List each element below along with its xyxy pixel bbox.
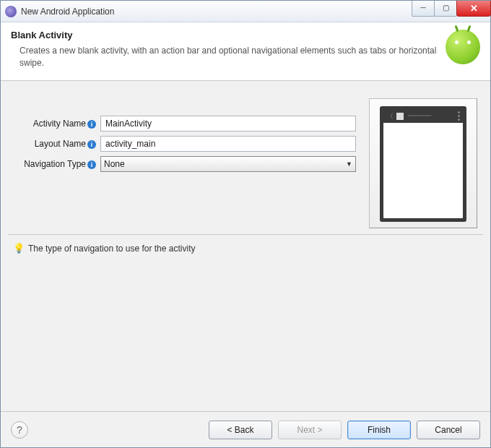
lightbulb-icon: 💡 <box>14 244 24 254</box>
back-button[interactable]: < Back <box>209 421 272 439</box>
close-icon: ✕ <box>470 4 478 13</box>
info-icon[interactable]: i <box>87 120 96 129</box>
maximize-button[interactable]: ▢ <box>434 1 457 17</box>
maximize-icon: ▢ <box>443 4 449 12</box>
eclipse-icon <box>5 6 17 17</box>
layout-name-label: Layout Namei <box>14 139 100 149</box>
info-icon[interactable]: i <box>87 140 96 149</box>
titlebar[interactable]: New Android Application ─ ▢ ✕ <box>1 1 490 22</box>
form-fields: Activity Namei Layout Namei Navigation T… <box>14 98 369 176</box>
phone-screen: 〈 〰〰〰〰 <box>383 110 463 218</box>
footer: ? < Back Next > Finish Cancel <box>1 411 490 447</box>
divider <box>8 234 483 235</box>
android-icon <box>446 30 480 64</box>
finish-button[interactable]: Finish <box>347 421 411 439</box>
activity-name-input[interactable] <box>100 116 356 132</box>
chevron-down-icon: ▼ <box>346 160 352 168</box>
preview-title-placeholder: 〰〰〰〰 <box>408 113 453 120</box>
navigation-type-label-text: Navigation Type <box>24 159 86 169</box>
window-title: New Android Application <box>21 7 412 17</box>
preview-app-icon <box>396 113 404 120</box>
layout-name-label-text: Layout Name <box>35 139 86 149</box>
preview-back-icon: 〈 <box>386 111 394 121</box>
navigation-type-value: None <box>104 159 125 169</box>
navigation-type-label: Navigation Typei <box>14 159 100 169</box>
banner: Blank Activity Creates a new blank activ… <box>1 22 490 81</box>
layout-name-input[interactable] <box>100 136 356 152</box>
spacer <box>1 255 490 411</box>
help-icon: ? <box>17 424 22 436</box>
preview-overflow-icon <box>458 111 460 121</box>
tip-text: The type of navigation to use for the ac… <box>28 244 195 254</box>
cancel-button[interactable]: Cancel <box>417 421 480 439</box>
banner-text: Blank Activity Creates a new blank activ… <box>11 30 446 70</box>
help-button[interactable]: ? <box>11 421 28 439</box>
navigation-type-row: Navigation Typei None ▼ <box>14 156 356 172</box>
wizard-window: New Android Application ─ ▢ ✕ Blank Acti… <box>0 0 491 448</box>
navigation-type-select[interactable]: None ▼ <box>100 156 356 172</box>
minimize-button[interactable]: ─ <box>412 1 435 17</box>
activity-name-label-text: Activity Name <box>33 119 86 129</box>
banner-title: Blank Activity <box>11 30 437 40</box>
phone-frame: 〈 〰〰〰〰 <box>380 106 466 222</box>
content-area: Activity Namei Layout Namei Navigation T… <box>1 81 490 411</box>
info-icon[interactable]: i <box>87 160 96 169</box>
close-button[interactable]: ✕ <box>456 1 491 17</box>
banner-description: Creates a new blank activity, with an ac… <box>11 45 437 70</box>
minimize-icon: ─ <box>420 4 425 12</box>
layout-name-row: Layout Namei <box>14 136 356 152</box>
form-area: Activity Namei Layout Namei Navigation T… <box>1 81 490 234</box>
activity-name-label: Activity Namei <box>14 119 100 129</box>
window-controls: ─ ▢ ✕ <box>412 1 491 17</box>
activity-name-row: Activity Namei <box>14 116 356 132</box>
activity-preview: 〈 〰〰〰〰 <box>369 98 477 228</box>
next-button: Next > <box>278 421 342 439</box>
tip-area: 💡 The type of navigation to use for the … <box>1 242 490 255</box>
preview-action-bar: 〈 〰〰〰〰 <box>383 110 463 123</box>
